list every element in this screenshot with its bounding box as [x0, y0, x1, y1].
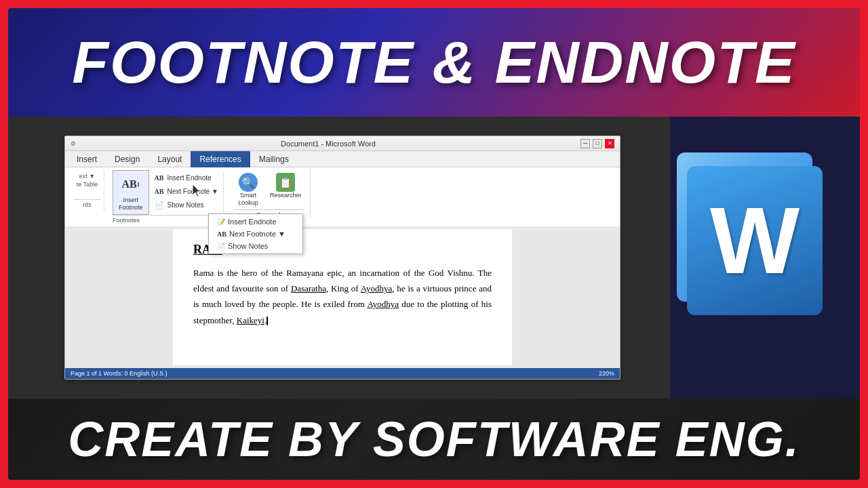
dropdown-next-footnote-icon: AB [217, 230, 226, 238]
ayodhya-link-2: Ayodhya [367, 299, 398, 309]
research-group: 🔍 SmartLookup 📋 Researcher Research [229, 170, 311, 218]
statusbar-right: 220% [599, 370, 614, 377]
show-notes-label: Show Notes [167, 201, 204, 209]
middle-area: ⚙ Document1 - Microsoft Word ─ □ ✕ Inser… [8, 117, 860, 399]
close-button[interactable]: ✕ [605, 139, 614, 148]
word-icon-front: W [687, 166, 823, 315]
doc-body-text[interactable]: Rama is the hero of the Ramayana epic, a… [193, 265, 492, 329]
smart-lookup-label: SmartLookup [238, 192, 258, 207]
doc-title: Document1 - Microsoft Word [76, 140, 580, 148]
footnote-small-buttons: AB Insert Endnote AB Next Footnote ▼ 📄 S… [152, 170, 221, 211]
researcher-icon: 📋 [276, 173, 295, 192]
dropdown-insert-endnote-icon: 📝 [217, 218, 225, 226]
insert-endnote-button[interactable]: AB Insert Endnote [152, 171, 221, 184]
ribbon-tabs: Insert Design Layout References Mailings [65, 151, 620, 167]
insert-footnote-button[interactable]: AB1 InsertFootnote [113, 170, 149, 215]
ribbon-cts-label: nts [73, 199, 101, 208]
footnotes-group-label: Footnotes ⬡ [113, 215, 220, 224]
dropdown-insert-endnote[interactable]: 📝 Insert Endnote [209, 216, 302, 228]
dropdown-show-notes[interactable]: 📄 Show Notes [209, 240, 302, 252]
bottom-banner-title: CREATE BY SOFTWARE ENG. [68, 411, 800, 467]
tab-layout[interactable]: Layout [149, 151, 191, 167]
doc-titlebar: ⚙ Document1 - Microsoft Word ─ □ ✕ [65, 136, 620, 151]
smart-lookup-icon: 🔍 [239, 173, 258, 192]
word-icon-area: W [670, 117, 860, 399]
insert-endnote-icon: AB [154, 172, 165, 183]
doc-body: RAM Rama is the hero of the Ramayana epi… [65, 226, 620, 368]
dasaratha-link: Dasaratha [291, 283, 326, 293]
next-footnote-icon: AB [154, 186, 165, 197]
tab-insert[interactable]: Insert [68, 151, 106, 167]
researcher-button[interactable]: 📋 Researcher [267, 170, 304, 209]
footnotes-group: AB1 InsertFootnote AB Insert Endnote [110, 170, 224, 224]
bottom-banner: CREATE BY SOFTWARE ENG. [8, 399, 860, 480]
insert-endnote-label: Insert Endnote [167, 174, 212, 182]
statusbar-left: Page 1 of 1 Words: 0 English (U.S.) [71, 370, 167, 377]
researcher-label: Researcher [270, 192, 302, 199]
smart-lookup-button[interactable]: 🔍 SmartLookup [235, 170, 262, 209]
dropdown-next-footnote[interactable]: AB Next Footnote ▼ [209, 228, 302, 240]
ribbon-content: ext ▼ te Table nts AB1 InsertFootnote [65, 167, 620, 226]
ribbon-left-group: ext ▼ te Table nts [71, 170, 104, 211]
word-letter: W [710, 193, 800, 288]
ayodhya-link-1: Ayodhya [361, 283, 392, 293]
maximize-button[interactable]: □ [593, 139, 602, 148]
top-banner: FOOTNOTE & ENDNOTE [8, 8, 860, 117]
word-document: ⚙ Document1 - Microsoft Word ─ □ ✕ Inser… [64, 136, 620, 380]
show-notes-button[interactable]: 📄 Show Notes [152, 199, 221, 211]
svg-marker-0 [193, 184, 200, 197]
mouse-cursor [193, 184, 201, 197]
research-buttons: 🔍 SmartLookup 📋 Researcher [235, 170, 304, 209]
tab-mailings[interactable]: Mailings [250, 151, 298, 167]
ribbon-table-label: te Table [77, 181, 98, 188]
next-footnote-button[interactable]: AB Next Footnote ▼ [152, 185, 221, 197]
text-cursor [267, 317, 268, 325]
ribbon-text-label: ext ▼ [79, 173, 95, 180]
footnote-dropdown: 📝 Insert Endnote AB Next Footnote ▼ 📄 Sh… [208, 214, 303, 254]
insert-footnote-label: InsertFootnote [119, 197, 143, 211]
dropdown-show-notes-icon: 📄 [217, 243, 225, 250]
window-controls: ─ □ ✕ [580, 139, 614, 148]
tab-design[interactable]: Design [106, 151, 149, 167]
insert-footnote-icon: AB1 [120, 174, 142, 195]
show-notes-icon: 📄 [154, 199, 165, 210]
kaikeyi-link: Kaikeyi [237, 315, 264, 325]
outer-frame: FOOTNOTE & ENDNOTE ⚙ Document1 - Microso… [0, 0, 868, 488]
doc-area: ⚙ Document1 - Microsoft Word ─ □ ✕ Inser… [8, 117, 670, 399]
minimize-button[interactable]: ─ [580, 139, 590, 148]
tab-references[interactable]: References [191, 151, 250, 167]
doc-statusbar: Page 1 of 1 Words: 0 English (U.S.) 220% [65, 368, 620, 379]
word-icon-container: W [684, 163, 846, 352]
top-banner-title: FOOTNOTE & ENDNOTE [72, 28, 796, 97]
